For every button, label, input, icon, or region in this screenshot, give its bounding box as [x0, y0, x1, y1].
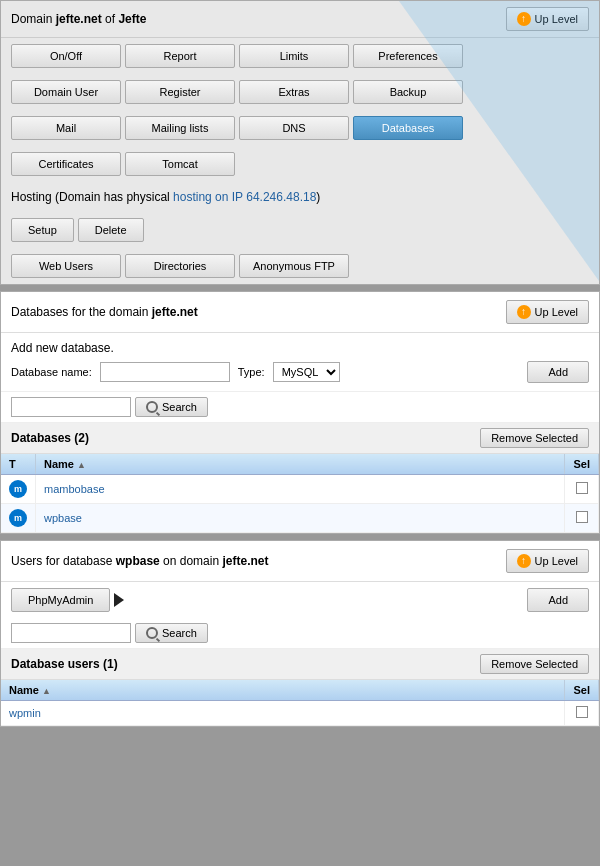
db-row-type-1: m: [1, 475, 36, 504]
users-action-row: PhpMyAdmin Add: [1, 582, 599, 618]
db-type-select[interactable]: MySQL: [273, 362, 340, 382]
db-name-label: Database name:: [11, 366, 92, 378]
users-search-button[interactable]: Search: [135, 623, 208, 643]
nav-dns[interactable]: DNS: [239, 116, 349, 140]
databases-search-button[interactable]: Search: [135, 397, 208, 417]
nav-limits[interactable]: Limits: [239, 44, 349, 68]
bottom-nav-buttons: Web Users Directories Anonymous FTP: [1, 248, 599, 284]
databases-up-level-button[interactable]: ↑ Up Level: [506, 300, 589, 324]
db-row-sel-1: [565, 475, 599, 504]
databases-panel: Databases for the domain jefte.net ↑ Up …: [0, 291, 600, 534]
col-header-type: T: [1, 454, 36, 475]
nav-certificates[interactable]: Certificates: [11, 152, 121, 176]
users-panel: Users for database wpbase on domain jeft…: [0, 540, 600, 727]
user-checkbox-1[interactable]: [576, 706, 588, 718]
nav-web-users[interactable]: Web Users: [11, 254, 121, 278]
users-remove-selected-button[interactable]: Remove Selected: [480, 654, 589, 674]
users-count-label: Database users (1): [11, 657, 118, 671]
db-row-type-2: m: [1, 504, 36, 533]
users-search-row: Search: [1, 618, 599, 649]
nav-report[interactable]: Report: [125, 44, 235, 68]
db-name-input[interactable]: [100, 362, 230, 382]
users-title-db: wpbase: [116, 554, 160, 568]
nav-backup[interactable]: Backup: [353, 80, 463, 104]
nav-anonymous-ftp[interactable]: Anonymous FTP: [239, 254, 349, 278]
top-header: Domain jefte.net of Jefte ↑ Up Level: [1, 1, 599, 38]
nav-extras[interactable]: Extras: [239, 80, 349, 104]
users-title-domain: jefte.net: [222, 554, 268, 568]
mysql-icon-1: m: [9, 480, 27, 498]
db-link-wpbase[interactable]: wpbase: [44, 512, 82, 524]
hosting-link[interactable]: hosting on IP 64.246.48.18: [173, 190, 316, 204]
nav-preferences[interactable]: Preferences: [353, 44, 463, 68]
hosting-info: Hosting (Domain has physical hosting on …: [1, 182, 599, 212]
top-up-level-button[interactable]: ↑ Up Level: [506, 7, 589, 31]
action-buttons: Setup Delete: [1, 212, 599, 248]
databases-search-row: Search: [1, 392, 599, 423]
users-title-prefix: Users for database: [11, 554, 116, 568]
db-row-sel-2: [565, 504, 599, 533]
databases-search-label: Search: [162, 401, 197, 413]
nav-row-3: Mail Mailing lists DNS Databases: [1, 110, 599, 146]
db-link-mambobase[interactable]: mambobase: [44, 483, 105, 495]
table-row: m wpbase: [1, 504, 599, 533]
domain-of: of: [105, 12, 118, 26]
user-row-name-1: wpmin: [1, 701, 565, 726]
users-add-button[interactable]: Add: [527, 588, 589, 612]
domain-title: Domain jefte.net of Jefte: [11, 12, 146, 26]
top-panel: Domain jefte.net of Jefte ↑ Up Level On/…: [0, 0, 600, 285]
col-header-name: Name ▲: [36, 454, 565, 475]
db-type-label: Type:: [238, 366, 265, 378]
add-db-form: Database name: Type: MySQL Add: [11, 361, 589, 383]
col-header-sel: Sel: [565, 454, 599, 475]
nav-mail[interactable]: Mail: [11, 116, 121, 140]
nav-tomcat[interactable]: Tomcat: [125, 152, 235, 176]
nav-row-4: Certificates Tomcat: [1, 146, 599, 182]
nav-mailing-lists[interactable]: Mailing lists: [125, 116, 235, 140]
phpmyadmin-area: PhpMyAdmin: [11, 588, 124, 612]
domain-name: jefte.net: [56, 12, 102, 26]
databases-remove-selected-button[interactable]: Remove Selected: [480, 428, 589, 448]
add-db-title: Add new database.: [11, 341, 589, 355]
users-up-level-button[interactable]: ↑ Up Level: [506, 549, 589, 573]
databases-count-row: Databases (2) Remove Selected: [1, 423, 599, 454]
db-checkbox-2[interactable]: [576, 511, 588, 523]
users-uplevel-icon: ↑: [517, 554, 531, 568]
databases-title-prefix: Databases for the domain: [11, 305, 152, 319]
users-title: Users for database wpbase on domain jeft…: [11, 554, 268, 568]
databases-title: Databases for the domain jefte.net: [11, 305, 198, 319]
add-db-button[interactable]: Add: [527, 361, 589, 383]
databases-table: T Name ▲ Sel m mambobase: [1, 454, 599, 533]
databases-title-domain: jefte.net: [152, 305, 198, 319]
domain-user: Jefte: [118, 12, 146, 26]
databases-search-input[interactable]: [11, 397, 131, 417]
phpmyadmin-button[interactable]: PhpMyAdmin: [11, 588, 110, 612]
nav-row-1: On/Off Report Limits Preferences: [1, 38, 599, 74]
users-count-row: Database users (1) Remove Selected: [1, 649, 599, 680]
add-database-section: Add new database. Database name: Type: M…: [1, 333, 599, 392]
nav-row-2: Domain User Register Extras Backup: [1, 74, 599, 110]
db-row-name-1: mambobase: [36, 475, 565, 504]
sort-arrow-icon: ▲: [77, 460, 86, 470]
users-search-label: Search: [162, 627, 197, 639]
nav-databases[interactable]: Databases: [353, 116, 463, 140]
nav-on-off[interactable]: On/Off: [11, 44, 121, 68]
users-sort-arrow-icon: ▲: [42, 686, 51, 696]
users-col-name-label: Name: [9, 684, 39, 696]
nav-register[interactable]: Register: [125, 80, 235, 104]
db-row-name-2: wpbase: [36, 504, 565, 533]
users-col-header-name: Name ▲: [1, 680, 565, 701]
setup-button[interactable]: Setup: [11, 218, 74, 242]
user-row-sel-1: [565, 701, 599, 726]
nav-domain-user[interactable]: Domain User: [11, 80, 121, 104]
user-link-wpmin[interactable]: wpmin: [9, 707, 41, 719]
db-checkbox-1[interactable]: [576, 482, 588, 494]
databases-table-header: T Name ▲ Sel: [1, 454, 599, 475]
delete-button[interactable]: Delete: [78, 218, 144, 242]
nav-directories[interactable]: Directories: [125, 254, 235, 278]
uplevel-icon: ↑: [517, 12, 531, 26]
users-up-level-label: Up Level: [535, 555, 578, 567]
search-icon: [146, 401, 158, 413]
users-col-header-sel: Sel: [565, 680, 599, 701]
users-search-input[interactable]: [11, 623, 131, 643]
